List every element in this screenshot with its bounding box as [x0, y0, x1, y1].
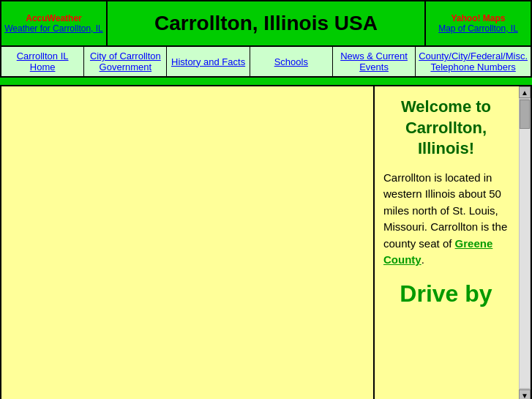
green-band [0, 78, 532, 86]
scroll-thumb[interactable] [520, 100, 530, 129]
scroll-down-button[interactable]: ▼ [519, 389, 531, 399]
scroll-up-button[interactable]: ▲ [519, 86, 531, 98]
nav-item-schools[interactable]: Schools [250, 47, 333, 76]
header-left: AccuWeather Weather for Carrollton, IL [1, 1, 108, 45]
nav-item-history[interactable]: History and Facts [167, 47, 250, 76]
welcome-text: Carrollton is located in western Illinoi… [383, 170, 509, 269]
nav-item-news[interactable]: News & Current Events [333, 47, 416, 76]
weather-link[interactable]: Weather for Carrollton, IL [4, 23, 103, 34]
header: AccuWeather Weather for Carrollton, IL C… [0, 0, 532, 47]
navbar: Carrollton IL Home City of Carrollton Go… [0, 47, 532, 78]
content-left [1, 86, 375, 399]
nav-item-home[interactable]: Carrollton IL Home [1, 47, 84, 76]
scroll-track [520, 100, 530, 388]
content-right: Welcome to Carrollton, Illinois! Carroll… [375, 86, 531, 399]
map-link[interactable]: Map of Carrollton, IL [438, 23, 518, 34]
nav-item-telephone[interactable]: County/City/Federal/Misc. Telephone Numb… [416, 47, 531, 76]
accuweather-label: AccuWeather [26, 13, 81, 23]
scrollbar[interactable]: ▲ ▼ [519, 86, 531, 399]
header-right: Yahoo! Maps Map of Carrollton, IL [424, 1, 531, 45]
nav-item-government[interactable]: City of Carrollton Government [84, 47, 167, 76]
yahoo-maps-label: Yahoo! Maps [451, 13, 505, 23]
main-content: Welcome to Carrollton, Illinois! Carroll… [0, 86, 532, 399]
header-center: Carrollton, Illinois USA [108, 1, 424, 45]
page-title: Carrollton, Illinois USA [154, 12, 378, 35]
drive-by-text: Drive by [383, 280, 509, 307]
welcome-heading: Welcome to Carrollton, Illinois! [383, 97, 509, 160]
